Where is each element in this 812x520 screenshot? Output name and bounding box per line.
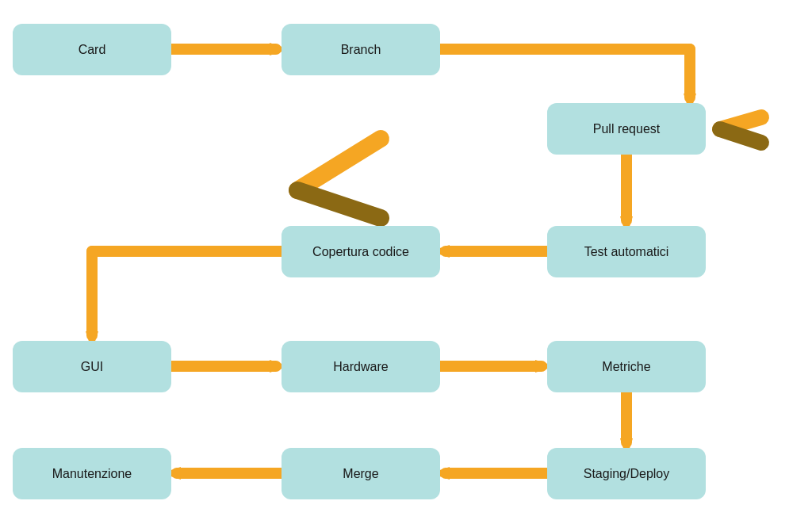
node-staging-deploy: Staging/Deploy xyxy=(547,448,706,499)
node-merge: Merge xyxy=(282,448,440,499)
svg-line-25 xyxy=(297,139,381,190)
node-gui: GUI xyxy=(13,341,171,392)
svg-line-27 xyxy=(720,117,761,129)
node-manutenzione: Manutenzione xyxy=(13,448,171,499)
svg-line-28 xyxy=(720,129,761,143)
node-test-automatici: Test automatici xyxy=(547,226,706,277)
node-pull-request: Pull request xyxy=(547,103,706,155)
node-metriche: Metriche xyxy=(547,341,706,392)
node-card: Card xyxy=(13,24,171,75)
node-hardware: Hardware xyxy=(282,341,440,392)
node-branch: Branch xyxy=(282,24,440,75)
node-copertura-codice: Copertura codice xyxy=(282,226,440,277)
svg-line-26 xyxy=(297,190,381,218)
diagram: Card Branch Pull request Test automatici… xyxy=(0,0,812,520)
